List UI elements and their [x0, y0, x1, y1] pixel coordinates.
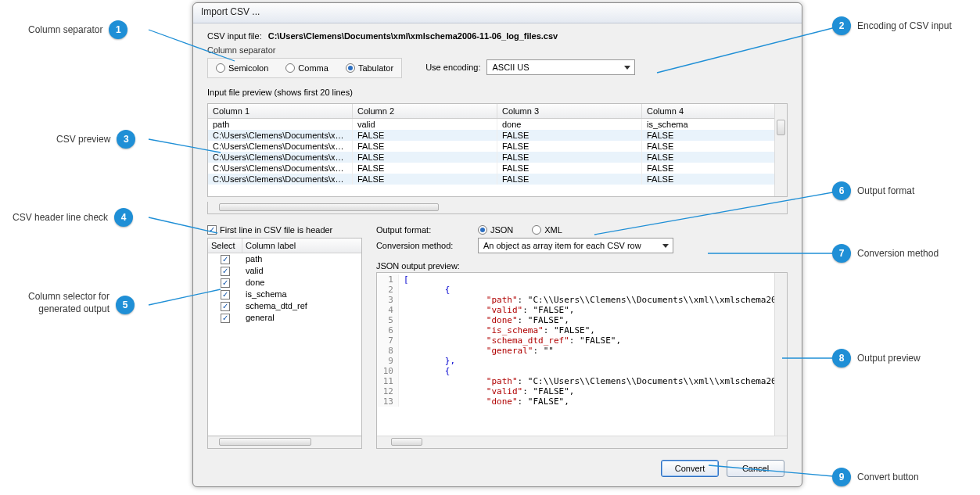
header-line-label: First line in CSV file is header — [220, 225, 332, 235]
callout-text: CSV preview — [56, 134, 110, 145]
callout-number-icon: 1 — [109, 20, 127, 39]
json-line: 2 { — [377, 285, 787, 295]
json-line-number: 2 — [377, 285, 399, 295]
column-list-head-label: Column label — [242, 239, 361, 253]
output-format-label: Output format: — [376, 225, 470, 235]
column-item[interactable]: is_schema — [208, 289, 361, 300]
csv-preview-row[interactable]: pathvaliddoneis_schema — [208, 119, 787, 130]
column-checkbox[interactable] — [208, 278, 242, 288]
callout-text: Column selector for generated output — [28, 291, 109, 315]
json-line-number: 10 — [377, 366, 399, 376]
csv-column-header[interactable]: Column 4 — [642, 104, 787, 118]
cancel-button[interactable]: Cancel — [727, 460, 784, 477]
callout-number-icon: 2 — [832, 16, 851, 35]
dialog-content: CSV input file: C:\Users\Clemens\Documen… — [193, 23, 802, 486]
radio-xml[interactable]: XML — [532, 225, 562, 235]
checkbox-icon — [221, 278, 230, 288]
radio-label: XML — [544, 225, 562, 235]
conversion-label: Conversion method: — [376, 241, 470, 250]
json-line-content: "valid": "FALSE", — [404, 386, 575, 396]
column-label: is_schema — [242, 289, 361, 300]
csv-preview-cell: C:\Users\Clemens\Documents\xml\x... — [208, 130, 353, 141]
column-list-header: Select Column label — [208, 239, 361, 253]
csv-preview-row[interactable]: C:\Users\Clemens\Documents\xml\x...FALSE… — [208, 152, 787, 163]
json-line-content: "path": "C:\\Users\\Clemens\\Documents\\… — [404, 295, 787, 305]
callout-text: Column separator — [28, 24, 102, 35]
json-line-content: { — [404, 285, 451, 295]
column-checkbox[interactable] — [208, 266, 242, 276]
csv-preview-cell: C:\Users\Clemens\Documents\xml\x... — [208, 174, 353, 185]
json-line-number: 8 — [377, 346, 399, 356]
column-list: Select Column label pathvaliddoneis_sche… — [207, 238, 362, 436]
json-line-number: 4 — [377, 305, 399, 315]
column-list-hscrollbar[interactable] — [207, 436, 362, 449]
json-line: 13 "done": "FALSE", — [377, 396, 787, 407]
callout-4: 4 CSV header line check — [13, 208, 133, 227]
json-preview: 1[2 {3 "path": "C:\\Users\\Clemens\\Docu… — [376, 272, 788, 449]
column-item[interactable]: path — [208, 253, 361, 265]
column-checkbox[interactable] — [208, 289, 242, 300]
radio-semicolon[interactable]: Semicolon — [216, 63, 268, 73]
json-line-number: 6 — [377, 325, 399, 335]
csv-preview-row[interactable]: C:\Users\Clemens\Documents\xml\x...FALSE… — [208, 174, 787, 185]
json-hscrollbar[interactable] — [377, 436, 787, 448]
csv-preview-cell: FALSE — [353, 130, 497, 141]
conversion-select[interactable]: An object as array item for each CSV row — [478, 238, 673, 253]
checkbox-icon — [221, 290, 230, 300]
separator-options: Semicolon Comma Tabulator — [207, 58, 402, 78]
csv-preview-cell: FALSE — [497, 174, 642, 185]
radio-tabulator[interactable]: Tabulator — [346, 63, 393, 73]
conversion-row: Conversion method: An object as array it… — [376, 238, 788, 253]
radio-comma[interactable]: Comma — [285, 63, 328, 73]
csv-preview-header: Column 1Column 2Column 3Column 4 — [208, 104, 787, 119]
json-line: 5 "done": "FALSE", — [377, 315, 787, 325]
radio-icon — [285, 63, 295, 73]
callout-9: 9 Convert button — [832, 468, 919, 486]
csv-preview-row[interactable]: C:\Users\Clemens\Documents\xml\x...FALSE… — [208, 141, 787, 152]
json-line-content: "is_schema": "FALSE", — [404, 325, 595, 335]
json-vscrollbar[interactable] — [774, 273, 787, 436]
column-checkbox[interactable] — [208, 313, 242, 323]
csv-column-header[interactable]: Column 2 — [353, 104, 497, 118]
json-line: 6 "is_schema": "FALSE", — [377, 325, 787, 335]
callout-text: Output preview — [857, 353, 921, 364]
csv-preview-cell: FALSE — [497, 141, 642, 152]
csv-preview-cell: FALSE — [642, 163, 787, 174]
csv-preview-cell: FALSE — [642, 130, 787, 141]
checkbox-icon — [221, 255, 230, 264]
callout-8: 8 Output preview — [832, 349, 921, 368]
radio-json[interactable]: JSON — [478, 225, 513, 235]
column-selector-panel: First line in CSV file is header Select … — [207, 225, 362, 449]
radio-icon — [532, 225, 541, 235]
json-line: 9 }, — [377, 356, 787, 366]
column-item[interactable]: schema_dtd_ref — [208, 300, 361, 312]
column-item[interactable]: valid — [208, 265, 361, 277]
csv-column-header[interactable]: Column 1 — [208, 104, 353, 118]
json-line-content: "schema_dtd_ref": "FALSE", — [404, 335, 621, 346]
column-item[interactable]: general — [208, 312, 361, 324]
checkbox-icon — [221, 314, 230, 323]
callout-number-icon: 6 — [832, 181, 851, 200]
csv-preview-row[interactable]: C:\Users\Clemens\Documents\xml\x...FALSE… — [208, 163, 787, 174]
header-line-checkbox[interactable]: First line in CSV file is header — [207, 225, 362, 235]
callout-number-icon: 4 — [114, 208, 133, 227]
preview-hscrollbar[interactable] — [207, 202, 788, 214]
column-checkbox[interactable] — [208, 254, 242, 264]
json-line-number: 1 — [377, 274, 399, 285]
column-checkbox[interactable] — [208, 301, 242, 311]
column-label: valid — [242, 266, 361, 276]
encoding-label: Use encoding: — [425, 63, 480, 72]
convert-button[interactable]: Convert — [661, 460, 719, 477]
callout-5: 5 Column selector for generated output — [28, 291, 135, 315]
csv-preview-cell: FALSE — [497, 152, 642, 163]
radio-label: Comma — [298, 63, 328, 73]
csv-column-header[interactable]: Column 3 — [497, 104, 642, 118]
encoding-select[interactable]: ASCII US — [486, 59, 635, 75]
csv-preview-row[interactable]: C:\Users\Clemens\Documents\xml\x...FALSE… — [208, 130, 787, 141]
encoding-group: Use encoding: ASCII US — [425, 59, 635, 75]
preview-vscrollbar[interactable] — [774, 104, 787, 196]
column-item[interactable]: done — [208, 277, 361, 289]
csv-preview-cell: path — [208, 119, 353, 130]
callout-text: Convert button — [857, 472, 919, 482]
file-path: C:\Users\Clemens\Documents\xml\xmlschema… — [268, 31, 558, 41]
